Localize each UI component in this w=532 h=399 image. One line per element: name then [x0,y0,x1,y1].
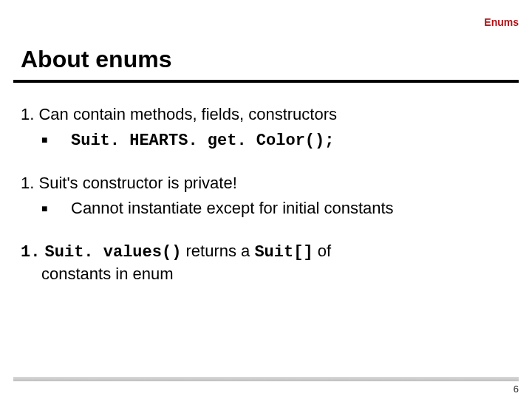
item-text-line2: constants in enum [41,263,511,285]
item-number-code: 1. [21,243,40,262]
sub-item: ■Cannot instantiate except for initial c… [56,197,511,219]
list-item: 1. Suit's constructor is private! ■Canno… [21,172,511,219]
page-title: About enums [21,46,171,73]
item-number: 1. [21,105,34,123]
footer-rule [13,377,519,381]
header-label: Enums [484,16,519,28]
code-text: Suit. HEARTS. get. Color(); [71,132,334,150]
content-area: 1. Can contain methods, fields, construc… [21,103,511,306]
item-text: returns a [181,242,254,260]
page-number: 6 [514,383,519,395]
item-text: Suit's constructor is private! [38,174,236,192]
square-bullet-icon: ■ [56,133,71,147]
list-item: 1. Suit. values() returns a Suit[] of co… [21,240,511,285]
code-text: Suit. values() [45,243,182,262]
square-bullet-icon: ■ [56,202,71,216]
item-text: of [313,242,331,260]
item-number: 1. [21,174,34,192]
list-item: 1. Can contain methods, fields, construc… [21,103,511,151]
sub-item: ■Suit. HEARTS. get. Color(); [56,129,511,152]
code-text: Suit[] [254,243,313,262]
title-rule [13,80,519,83]
sub-text: Cannot instantiate except for initial co… [71,199,394,217]
item-text: Can contain methods, fields, constructor… [38,105,337,123]
